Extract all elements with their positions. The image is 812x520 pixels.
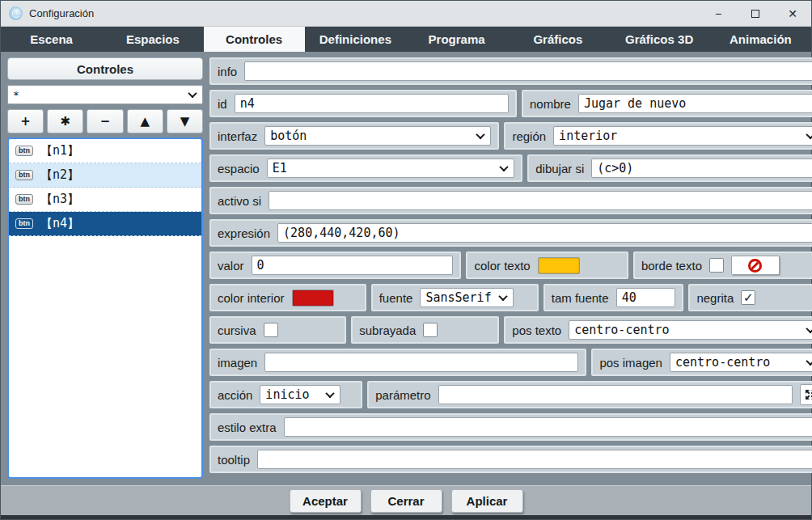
- pos-imagen-label: pos imagen: [599, 356, 662, 370]
- interfaz-field-group: interfaz botón: [209, 122, 499, 150]
- espacio-label: espacio: [218, 162, 260, 175]
- fuente-field-group: fuente SansSerif: [371, 284, 539, 311]
- pos-texto-select[interactable]: centro-centro: [569, 320, 812, 340]
- tooltip-field-group: tooltip: [209, 446, 812, 473]
- pos-imagen-select[interactable]: centro-centro: [670, 353, 812, 372]
- window-bottom-edge: [1, 515, 811, 519]
- move-down-button[interactable]: ▼: [167, 109, 203, 133]
- pos-texto-field-group: pos texto centro-centro: [504, 316, 812, 344]
- estilo-extra-label: estilo extra: [218, 421, 277, 434]
- accion-label: acción: [218, 388, 252, 402]
- imagen-label: imagen: [218, 356, 257, 370]
- properties-panel: info id nombre interfaz botón: [209, 57, 812, 479]
- list-toolbar: + ✱ − ▲ ▼: [7, 109, 203, 133]
- close-button[interactable]: ✕: [774, 1, 811, 26]
- controls-list: btn 【n1】 btn 【n2】 btn 【n3】 btn 【n4】: [7, 137, 203, 479]
- tab-escena[interactable]: Escena: [1, 27, 102, 52]
- tab-espacios[interactable]: Espacios: [102, 27, 203, 52]
- tooltip-input[interactable]: [257, 450, 812, 469]
- interfaz-label: interfaz: [218, 129, 257, 143]
- imagen-input[interactable]: [264, 353, 578, 372]
- list-item-n1[interactable]: btn 【n1】: [9, 139, 201, 163]
- subrayada-field-group: subrayada: [351, 316, 499, 344]
- list-item-label: 【n4】: [40, 216, 79, 231]
- add-control-button[interactable]: +: [7, 109, 44, 133]
- move-up-button[interactable]: ▲: [127, 109, 163, 133]
- panel-title: Controles: [7, 57, 203, 80]
- subrayada-checkbox[interactable]: [423, 323, 438, 337]
- nombre-input[interactable]: [578, 94, 812, 113]
- tab-bar: Escena Espacios Controles Definiciones P…: [1, 27, 811, 52]
- tooltip-label: tooltip: [218, 453, 250, 467]
- color-texto-swatch[interactable]: [538, 257, 580, 274]
- minimize-button[interactable]: −: [700, 1, 737, 26]
- activo-si-input[interactable]: [269, 191, 812, 210]
- color-interior-swatch[interactable]: [292, 290, 334, 307]
- accion-select[interactable]: inicio: [260, 385, 340, 404]
- maximize-button[interactable]: [737, 1, 774, 26]
- negrita-field-group: negrita ✓: [688, 284, 812, 311]
- list-item-n2[interactable]: btn 【n2】: [9, 163, 201, 188]
- parametro-label: parámetro: [375, 388, 430, 402]
- tab-graficos-3d[interactable]: Gráficos 3D: [609, 27, 710, 52]
- aceptar-button[interactable]: Aceptar: [290, 489, 362, 513]
- parametro-input[interactable]: [438, 385, 793, 404]
- tab-animacion[interactable]: Animación: [710, 27, 811, 52]
- parametro-expand-button[interactable]: [800, 384, 812, 405]
- checkbox-check: ✓: [743, 292, 754, 304]
- color-interior-label: color interior: [218, 291, 285, 305]
- filter-value: *: [13, 89, 19, 101]
- remove-control-button[interactable]: −: [87, 109, 123, 133]
- controls-filter-select[interactable]: *: [7, 85, 203, 104]
- list-item-n4[interactable]: btn 【n4】: [9, 212, 201, 236]
- color-interior-field-group: color interior: [209, 284, 366, 311]
- cursiva-field-group: cursiva: [209, 316, 346, 344]
- expresion-label: expresión: [218, 226, 270, 240]
- list-item-n3[interactable]: btn 【n3】: [9, 188, 201, 212]
- id-field-group: id: [209, 90, 517, 117]
- negrita-checkbox[interactable]: ✓: [741, 290, 755, 305]
- chevron-down-icon: [806, 130, 812, 139]
- parametro-field-group: parámetro: [367, 381, 812, 408]
- nombre-field-group: nombre: [522, 90, 812, 117]
- id-input[interactable]: [235, 94, 509, 113]
- id-label: id: [218, 97, 227, 111]
- chevron-down-icon: [500, 163, 509, 171]
- subrayada-label: subrayada: [359, 323, 416, 337]
- tab-definiciones[interactable]: Definiciones: [305, 27, 406, 52]
- controls-panel: Controles * + ✱ − ▲ ▼ btn 【n1】 btn 【n2】: [7, 57, 203, 479]
- dibujar-si-input[interactable]: [591, 159, 812, 178]
- fuente-label: fuente: [379, 291, 413, 305]
- valor-input[interactable]: [252, 256, 454, 275]
- cursiva-checkbox[interactable]: [264, 323, 278, 337]
- aplicar-button[interactable]: Aplicar: [451, 489, 523, 513]
- espacio-field-group: espacio E1: [209, 154, 522, 182]
- info-label: info: [218, 65, 237, 78]
- espacio-select[interactable]: E1: [267, 159, 515, 178]
- accion-value: inicio: [265, 387, 309, 402]
- chevron-down-icon: [476, 130, 485, 139]
- tab-programa[interactable]: Programa: [406, 27, 507, 52]
- borde-texto-none-button[interactable]: [731, 256, 780, 275]
- tam-fuente-input[interactable]: [616, 288, 676, 307]
- borde-texto-checkbox[interactable]: [709, 258, 724, 273]
- interfaz-select[interactable]: botón: [264, 126, 491, 146]
- tab-controles[interactable]: Controles: [204, 27, 305, 52]
- list-item-label: 【n2】: [40, 167, 79, 183]
- valor-field-group: valor: [209, 252, 461, 279]
- tab-graficos[interactable]: Gráficos: [507, 27, 608, 52]
- maximize-icon: [751, 10, 759, 18]
- fuente-select[interactable]: SansSerif: [420, 288, 514, 307]
- estilo-extra-input[interactable]: [284, 417, 812, 437]
- list-item-label: 【n1】: [40, 143, 79, 159]
- duplicate-control-button[interactable]: ✱: [47, 109, 83, 133]
- region-select[interactable]: interior: [553, 126, 812, 146]
- expresion-field-group: expresión: [209, 219, 812, 247]
- expresion-input[interactable]: [277, 223, 812, 243]
- cerrar-button[interactable]: Cerrar: [370, 489, 442, 513]
- pos-imagen-field-group: pos imagen centro-centro: [591, 349, 812, 376]
- info-input[interactable]: [244, 61, 812, 81]
- activo-si-label: activo si: [218, 194, 261, 208]
- espacio-value: E1: [273, 161, 287, 175]
- fuente-value: SansSerif: [425, 290, 491, 305]
